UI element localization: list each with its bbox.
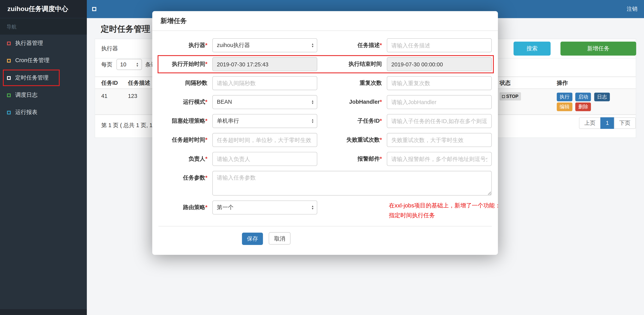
form-row: 任务参数*: [158, 171, 492, 196]
square-outline-icon: [7, 93, 11, 97]
status-badge: STOP: [500, 92, 521, 101]
per-page-label: 每页: [101, 59, 112, 70]
form-col: 阻塞处理策略* 单机串行 ▲▼: [158, 114, 325, 128]
executor-select[interactable]: zuihou执行器 ▲▼: [212, 38, 317, 52]
sidebar-item-timed-job-manage[interactable]: 定时任务管理: [0, 69, 87, 86]
job-param-label: 任务参数*: [158, 171, 207, 196]
required-mark: *: [205, 175, 207, 181]
alarm-email-input[interactable]: [387, 152, 492, 166]
form-col: JobHandler*: [325, 95, 492, 109]
stop-square-icon: [502, 95, 505, 98]
block-strategy-select[interactable]: 单机串行 ▲▼: [212, 114, 317, 128]
cancel-button[interactable]: 取消: [269, 232, 291, 245]
form-col: 任务超时时间*: [158, 133, 325, 147]
pagination: 上页 1 下页: [580, 117, 636, 129]
route-strategy-select-value: 第一个: [213, 201, 317, 214]
form-col: 任务描述*: [325, 38, 492, 52]
square-outline-icon: [7, 59, 11, 62]
start-time-input[interactable]: [212, 57, 317, 71]
sidebar-item-executor-manage[interactable]: 执行器管理: [0, 35, 87, 52]
per-page-select[interactable]: 10 ▲▼: [116, 59, 142, 70]
col-job-id: 任务ID: [101, 77, 118, 89]
delete-button[interactable]: 删除: [576, 103, 591, 111]
retry-label: 失败重试次数*: [325, 133, 382, 147]
screen: zuihou任务调度中心 注销 导航 执行器管理 Cron任务管理 定时任务管理…: [0, 0, 644, 315]
sidebar-item-label: 定时任务管理: [15, 74, 48, 82]
block-strategy-select-value: 单机串行: [213, 115, 317, 128]
form-col: 运行模式* BEAN ▲▼: [158, 95, 325, 109]
sidebar-item-label: Cron任务管理: [15, 57, 50, 64]
feature-note-line1: 在xxl-jobs项目的基础上，新增了一个功能：: [389, 200, 501, 210]
form-row: 任务超时时间* 失败重试次数*: [158, 133, 492, 147]
route-strategy-select[interactable]: 第一个 ▲▼: [212, 200, 317, 214]
sidebar-item-run-report[interactable]: 运行报表: [0, 104, 87, 121]
end-time-label: 执行结束时间: [325, 57, 382, 71]
sidebar: 导航 执行器管理 Cron任务管理 定时任务管理 调度日志 运行报表: [0, 18, 87, 315]
author-input[interactable]: [212, 152, 317, 166]
page-title: 定时任务管理: [101, 24, 150, 35]
repeat-label: 重复次数: [325, 76, 382, 90]
form-col: 报警邮件*: [325, 152, 492, 166]
executor-select-value: zuihou执行器: [213, 39, 317, 52]
required-mark: *: [205, 42, 207, 48]
end-time-input[interactable]: [387, 57, 492, 71]
execute-button[interactable]: 执行: [557, 93, 572, 101]
form-col: 失败重试次数*: [325, 133, 492, 147]
timeout-input[interactable]: [212, 133, 317, 147]
spinner-arrows-icon: ▲▼: [311, 43, 314, 48]
required-mark: *: [380, 99, 382, 105]
form-row: 路由策略* 第一个 ▲▼ 在xxl-jobs项目的基础上，新增了一个功能： 指定…: [158, 200, 492, 220]
logout-link[interactable]: 注销: [627, 0, 638, 18]
cell-job-id: 41: [101, 93, 107, 99]
required-mark: *: [205, 118, 207, 124]
interval-input[interactable]: [212, 76, 317, 90]
start-time-label: 执行开始时间*: [158, 57, 207, 71]
spinner-arrows-icon: ▲▼: [311, 119, 314, 124]
retry-input[interactable]: [387, 133, 492, 147]
glue-type-select[interactable]: BEAN ▲▼: [212, 95, 317, 109]
sidebar-item-dispatch-log[interactable]: 调度日志: [0, 87, 87, 104]
child-job-input[interactable]: [387, 114, 492, 128]
add-job-button[interactable]: 新增任务: [560, 42, 636, 56]
required-mark: *: [205, 156, 207, 162]
job-param-textarea[interactable]: [212, 171, 492, 196]
pagination-summary: 第 1 页 ( 总共 1 页, 1: [101, 120, 152, 131]
author-label: 负责人*: [158, 152, 207, 166]
jobhandler-label: JobHandler*: [325, 95, 382, 109]
edit-button[interactable]: 编辑: [557, 103, 572, 111]
repeat-input[interactable]: [387, 76, 492, 90]
form-row: 间隔秒数 重复次数: [158, 76, 492, 90]
log-button[interactable]: 日志: [594, 93, 610, 101]
save-button[interactable]: 保存: [242, 233, 263, 245]
square-outline-icon: [7, 41, 11, 45]
col-status: 状态: [500, 77, 510, 89]
executor-label: 执行器*: [158, 38, 207, 52]
col-job-desc: 任务描述: [128, 77, 150, 89]
spinner-arrows-icon: ▲▼: [311, 100, 314, 105]
sidebar-footer: [0, 309, 87, 315]
form-col: 重复次数: [325, 76, 492, 90]
spinner-arrows-icon: ▲▼: [136, 62, 139, 67]
form-col: 执行器* zuihou执行器 ▲▼: [158, 38, 325, 52]
page-1-button[interactable]: 1: [600, 117, 614, 129]
modal-title: 新增任务: [152, 11, 498, 31]
modal-body: 执行器* zuihou执行器 ▲▼ 任务描述* 执行开始时间*: [152, 31, 498, 220]
feature-note: 在xxl-jobs项目的基础上，新增了一个功能： 指定时间执行任务: [389, 200, 501, 220]
required-mark: *: [205, 61, 207, 67]
jobhandler-input[interactable]: [387, 95, 492, 109]
search-button[interactable]: 搜索: [514, 42, 550, 56]
prev-page-button[interactable]: 上页: [579, 117, 601, 129]
sidebar-item-cron-job-manage[interactable]: Cron任务管理: [0, 52, 87, 69]
next-page-button[interactable]: 下页: [614, 117, 636, 129]
status-text: STOP: [506, 92, 518, 101]
executor-filter-label: 执行器: [101, 42, 118, 56]
start-button[interactable]: 启动: [576, 93, 591, 101]
form-row: 运行模式* BEAN ▲▼ JobHandler*: [158, 95, 492, 109]
required-mark: *: [380, 156, 382, 162]
square-outline-icon: [7, 111, 11, 114]
job-desc-input[interactable]: [387, 38, 492, 52]
required-mark: *: [380, 137, 382, 143]
sidebar-item-label: 执行器管理: [15, 40, 43, 47]
sidebar-toggle-icon[interactable]: [92, 7, 96, 11]
form-col: 任务参数*: [158, 171, 492, 196]
